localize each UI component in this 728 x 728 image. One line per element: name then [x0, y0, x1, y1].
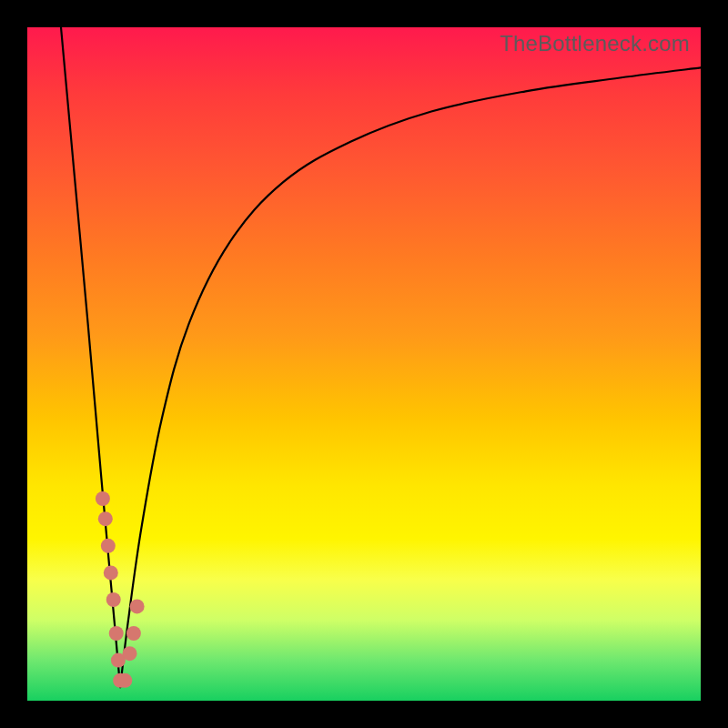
chart-frame: TheBottleneck.com	[0, 0, 728, 728]
curve-left-branch	[61, 27, 120, 687]
data-marker	[109, 626, 124, 641]
curve-right-branch	[120, 67, 701, 687]
marker-cluster	[96, 491, 145, 688]
curve-layer	[27, 27, 701, 701]
data-marker	[96, 491, 110, 506]
data-marker	[104, 565, 118, 580]
data-marker	[106, 592, 121, 607]
data-marker	[117, 673, 132, 688]
data-marker	[126, 626, 141, 641]
data-marker	[101, 539, 116, 553]
data-marker	[98, 511, 113, 526]
plot-area: TheBottleneck.com	[27, 27, 701, 701]
data-marker	[123, 646, 137, 661]
data-marker	[130, 599, 145, 613]
